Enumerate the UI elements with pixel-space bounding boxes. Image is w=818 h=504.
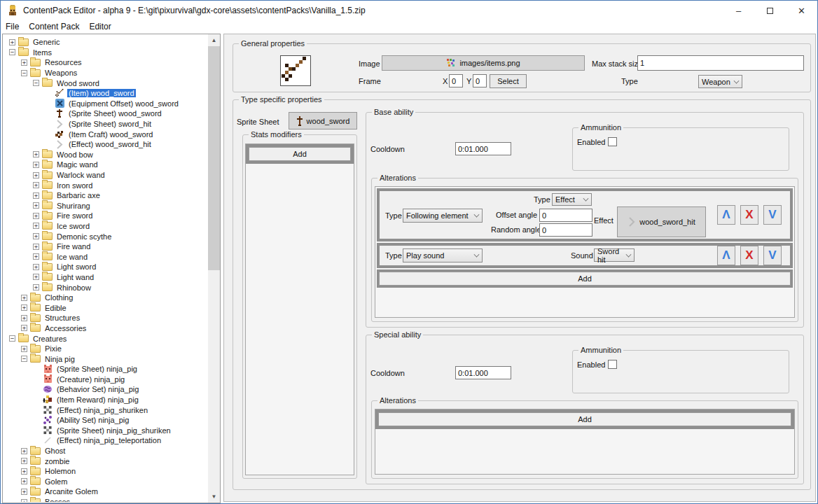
tree-item-leaf[interactable]: (Item Craft) wood_sword (4, 129, 208, 139)
tree-expander[interactable]: + (33, 233, 39, 239)
item-type-dropdown[interactable]: Weapon (698, 75, 742, 88)
tree-item-branch[interactable]: +Rhinobow (4, 282, 208, 293)
frame-x-input[interactable]: 0 (449, 74, 463, 88)
alt2-move-up-button[interactable]: Λ (717, 246, 735, 265)
sound-dropdown[interactable]: Sword hit (594, 248, 635, 262)
tree-expander[interactable]: − (21, 356, 27, 362)
tree-item-branch[interactable]: +Light sword (4, 262, 208, 272)
scrollbar-thumb[interactable] (208, 46, 220, 270)
tree-item-leaf[interactable]: (Sprite Sheet) ninja_pig_shuriken (4, 426, 208, 436)
tree-item-leaf[interactable]: (Equipment Offset) wood_sword (4, 99, 208, 109)
tree-expander[interactable]: + (21, 59, 27, 66)
tree-expander[interactable]: + (21, 478, 27, 484)
alt2-play-sound-dropdown[interactable]: Play sound (403, 248, 483, 262)
tree-item-branch[interactable]: +Iron sword (4, 180, 208, 190)
tree-expander[interactable]: + (33, 162, 39, 168)
tree-item-branch[interactable]: +Fire sword (4, 211, 208, 221)
max-stack-size-input[interactable]: 1 (637, 55, 804, 71)
tree-item-branch[interactable]: +Resources (4, 57, 208, 68)
tree-item-branch[interactable]: +Holemon (4, 466, 208, 477)
tree-expander[interactable]: + (33, 151, 39, 158)
tree-item-branch[interactable]: −Ninja pig (4, 354, 208, 364)
tree-item-leaf[interactable]: (Sprite Sheet) wood_sword (4, 108, 208, 119)
alt1-move-down-button[interactable]: V (763, 205, 782, 225)
tree-item-branch[interactable]: +Ice wand (4, 251, 208, 262)
tree-item-branch[interactable]: +Ice sword (4, 221, 208, 232)
tree-item-leaf[interactable]: (Effect) ninja_pig_teleportation (4, 435, 208, 446)
close-button[interactable]: ✕ (786, 1, 817, 20)
alt1-delete-button[interactable]: X (740, 205, 758, 225)
tree-item-branch[interactable]: +Demonic scythe (4, 231, 208, 241)
tree-expander[interactable]: + (21, 325, 27, 331)
tree-item-leaf[interactable]: (Item Reward) ninja_pig (4, 395, 208, 405)
tree-item-branch[interactable]: +Clothing (4, 293, 208, 303)
tree-item-branch[interactable]: −Weapons (4, 68, 208, 78)
tree-item-leaf[interactable]: (Sprite Sheet) ninja_pig (4, 364, 208, 374)
tree-item-branch[interactable]: −Wood sword (4, 78, 208, 88)
tree-expander[interactable]: + (33, 223, 39, 229)
tree-expander[interactable]: + (33, 172, 39, 178)
tree-scrollbar[interactable]: ▲ ▼ (208, 34, 220, 503)
tree-expander[interactable]: + (21, 304, 27, 311)
tree-item-branch[interactable]: +Shurirang (4, 201, 208, 211)
tree-item-branch[interactable]: −Creatures (4, 333, 208, 344)
tree-item-branch[interactable]: +Wood bow (4, 150, 208, 160)
tree-item-branch[interactable]: +Edible (4, 302, 208, 313)
tree-item-branch[interactable]: +Pixie (4, 344, 208, 354)
tree-item-branch[interactable]: +Generic (4, 37, 208, 48)
tree-item-branch[interactable]: −Items (4, 48, 208, 58)
tree-expander[interactable]: + (33, 192, 39, 199)
alt2-delete-button[interactable]: X (740, 246, 758, 265)
alt2-move-down-button[interactable]: V (763, 246, 782, 265)
tree-expander[interactable]: − (21, 70, 27, 76)
tree-item-branch[interactable]: +Warlock wand (4, 170, 208, 181)
minimize-button[interactable]: – (723, 1, 754, 20)
tree-item-branch[interactable]: +Magic wand (4, 160, 208, 170)
menu-editor[interactable]: Editor (84, 21, 116, 32)
effect-button[interactable]: wood_sword_hit (617, 206, 706, 237)
tree-expander[interactable]: + (21, 448, 27, 454)
tree-item-leaf[interactable]: (Item) wood_sword (4, 88, 208, 99)
tree-expander[interactable]: − (9, 335, 15, 342)
alt1-move-up-button[interactable]: Λ (717, 205, 735, 225)
tree-expander[interactable]: + (21, 346, 27, 352)
tree-item-leaf[interactable]: (Ability Set) ninja_pig (4, 415, 208, 426)
maximize-button[interactable] (754, 1, 786, 20)
tree-expander[interactable]: + (33, 264, 39, 270)
menu-file[interactable]: File (1, 21, 24, 32)
tree-expander[interactable]: − (33, 80, 39, 86)
tree-expander[interactable]: + (33, 244, 39, 250)
tree-item-leaf[interactable]: (Effect) wood_sword_hit (4, 139, 208, 150)
tree-item-branch[interactable]: +Arcanite Golem (4, 486, 208, 497)
alt1-following-element-dropdown[interactable]: Following element (403, 209, 483, 223)
tree-item-leaf[interactable]: (Behavior Set) ninja_pig (4, 384, 208, 395)
tree-item-branch[interactable]: +Fire wand (4, 241, 208, 252)
special-ammo-enabled-checkbox[interactable] (608, 360, 617, 369)
tree-item-branch[interactable]: +Light wand (4, 272, 208, 283)
base-cooldown-input[interactable]: 0:01.000 (455, 142, 511, 155)
offset-angle-input[interactable]: 0 (539, 209, 592, 222)
tree-item-branch[interactable]: +Bosses (4, 497, 208, 502)
scroll-up-icon[interactable]: ▲ (208, 34, 220, 46)
stats-add-button[interactable]: Add (249, 147, 351, 161)
tree-expander[interactable]: + (21, 499, 27, 502)
scroll-down-icon[interactable]: ▼ (208, 491, 220, 503)
tree-expander[interactable]: + (33, 202, 39, 209)
tree-item-branch[interactable]: +Structures (4, 313, 208, 323)
tree-expander[interactable]: + (33, 213, 39, 219)
tree-item-leaf[interactable]: (Sprite Sheet) sword_hit (4, 119, 208, 130)
tree-item-branch[interactable]: +Golem (4, 477, 208, 487)
tree-expander[interactable]: + (33, 274, 39, 280)
frame-y-input[interactable]: 0 (473, 74, 487, 88)
tree-item-leaf[interactable]: (Effect) ninja_pig_shuriken (4, 405, 208, 415)
base-ammo-enabled-checkbox[interactable] (608, 137, 617, 146)
base-alterations-add-button[interactable]: Add (379, 272, 791, 286)
menu-content-pack[interactable]: Content Pack (24, 21, 84, 32)
special-cooldown-input[interactable]: 0:01.000 (455, 366, 511, 379)
tree-expander[interactable]: + (21, 468, 27, 475)
image-button[interactable]: images/items.png (382, 55, 585, 71)
tree-item-branch[interactable]: +Ghost (4, 446, 208, 456)
tree-expander[interactable]: + (33, 253, 39, 260)
tree-item-branch[interactable]: +Accessories (4, 323, 208, 334)
alt1-effect-type-dropdown[interactable]: Effect (552, 193, 592, 206)
